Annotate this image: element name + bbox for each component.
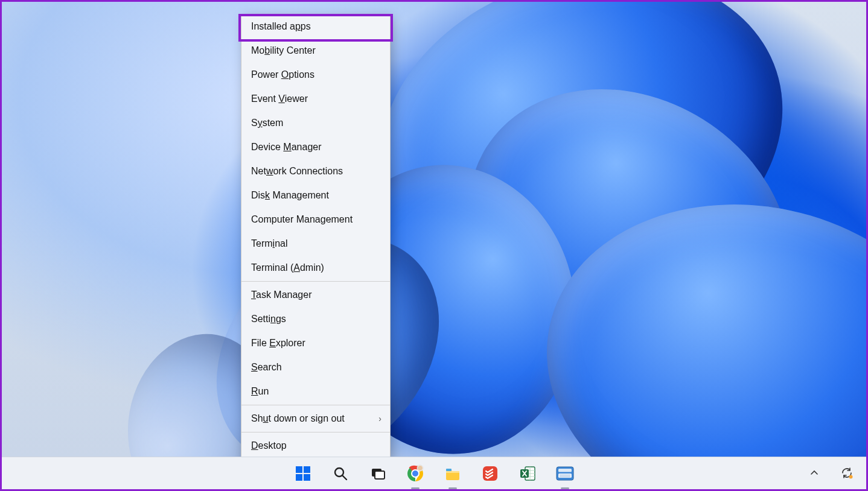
taskbar [2,457,866,489]
svg-rect-0 [296,466,302,473]
svg-rect-1 [304,466,310,473]
sync-icon [840,466,854,480]
system-tray [802,457,859,489]
menu-item-run[interactable]: Run [241,379,390,404]
svg-rect-23 [558,474,572,478]
search-button[interactable] [328,461,353,486]
menu-item-label: Installed apps [251,21,311,32]
task-view-icon [370,466,386,481]
autoruns-icon [556,466,574,481]
menu-separator [241,281,390,282]
svg-point-26 [849,475,853,479]
file-explorer-taskbar-icon[interactable] [441,461,465,486]
menu-item-label: Disk Management [251,190,329,201]
menu-item-label: Shut down or sign out [251,413,345,424]
menu-item-shut-down-or-sign-out[interactable]: Shut down or sign out› [241,407,390,431]
menu-item-label: Settings [251,314,286,325]
task-view-button[interactable] [366,461,390,486]
menu-item-label: Terminal (Admin) [251,262,324,273]
svg-line-5 [343,475,347,480]
menu-separator [241,405,390,405]
desktop-wallpaper [2,2,866,489]
show-hidden-icons-button[interactable] [802,461,826,485]
menu-separator [241,432,390,432]
chrome-icon [406,464,424,483]
menu-item-label: Power Options [251,69,314,80]
todoist-icon [482,465,499,482]
excel-taskbar-icon[interactable] [515,461,540,486]
menu-item-label: Event Viewer [251,93,308,104]
menu-item-file-explorer[interactable]: File Explorer [241,331,390,355]
menu-item-installed-apps[interactable]: Installed apps [241,14,390,39]
menu-item-task-manager[interactable]: Task Manager [241,283,390,307]
svg-rect-22 [558,469,572,472]
todoist-taskbar-icon[interactable] [478,461,502,486]
menu-item-label: Device Manager [251,142,322,153]
menu-item-label: Mobility Center [251,45,316,56]
chevron-up-icon [810,469,819,477]
svg-rect-3 [304,474,310,481]
menu-item-device-manager[interactable]: Device Manager [241,135,390,159]
svg-point-12 [418,466,423,470]
menu-item-settings[interactable]: Settings [241,307,390,331]
winx-context-menu: Installed appsMobility CenterPower Optio… [241,14,391,458]
menu-item-computer-management[interactable]: Computer Management [241,207,390,232]
menu-item-network-connections[interactable]: Network Connections [241,159,390,183]
windows-update-tray-icon[interactable] [835,461,859,485]
menu-item-desktop[interactable]: Desktop [241,434,390,458]
menu-item-label: Run [251,386,269,397]
menu-item-terminal-admin[interactable]: Terminal (Admin) [241,256,390,280]
autoruns-taskbar-icon[interactable] [553,461,577,486]
menu-item-search[interactable]: Search [241,355,390,379]
windows-logo-icon [295,465,311,482]
svg-rect-7 [375,471,385,479]
menu-item-label: File Explorer [251,338,305,349]
search-icon [333,466,348,481]
start-button[interactable] [291,461,315,486]
chevron-right-icon: › [378,414,381,423]
menu-item-label: Network Connections [251,166,343,177]
menu-item-label: Task Manager [251,290,312,300]
taskbar-center-apps [291,461,577,486]
menu-item-label: Terminal [251,238,287,249]
menu-item-label: System [251,118,283,128]
menu-item-label: Computer Management [251,214,353,225]
excel-icon [519,465,536,482]
menu-item-event-viewer[interactable]: Event Viewer [241,87,390,111]
menu-item-label: Desktop [251,440,287,451]
menu-item-terminal[interactable]: Terminal [241,232,390,256]
menu-item-mobility-center[interactable]: Mobility Center [241,39,390,63]
folder-icon [444,465,461,482]
chrome-taskbar-icon[interactable] [403,461,427,486]
menu-item-system[interactable]: System [241,111,390,135]
menu-item-power-options[interactable]: Power Options [241,63,390,87]
svg-rect-2 [296,474,302,481]
menu-item-label: Search [251,362,282,373]
svg-rect-13 [446,469,452,471]
menu-item-disk-management[interactable]: Disk Management [241,183,390,207]
